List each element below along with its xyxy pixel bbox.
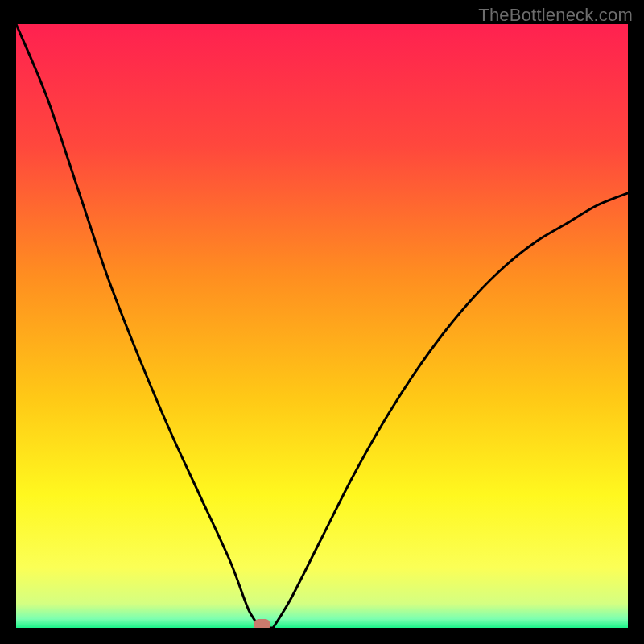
optimum-marker bbox=[254, 619, 270, 628]
chart-svg bbox=[16, 24, 628, 628]
watermark-text: TheBottleneck.com bbox=[478, 5, 633, 26]
chart-container: TheBottleneck.com bbox=[0, 0, 644, 644]
